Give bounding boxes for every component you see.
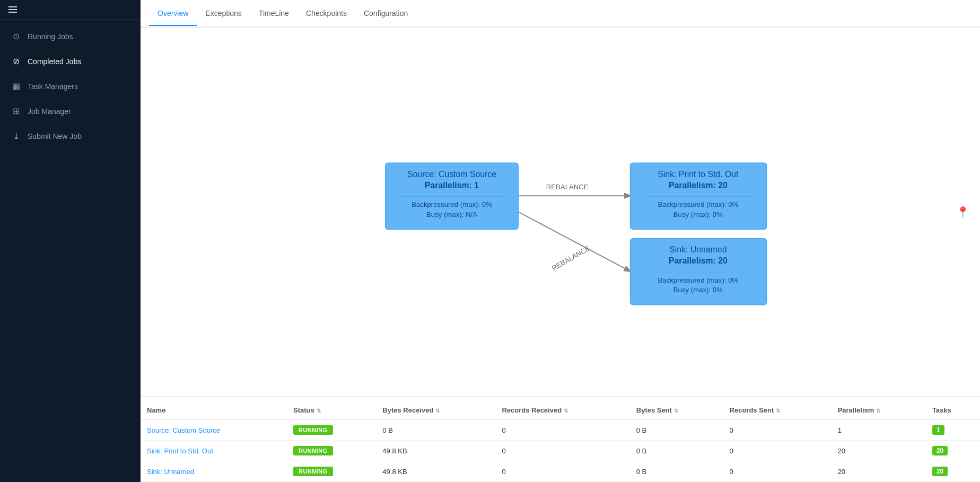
row-records-received: 0 — [495, 461, 629, 482]
svg-text:Busy (max): 0%: Busy (max): 0% — [673, 211, 723, 218]
status-badge: RUNNING — [293, 467, 333, 476]
table-row: Sink: Print to Std. OutRUNNING49.8 KB00 … — [141, 441, 980, 461]
completed-jobs-icon: ⊘ — [11, 56, 21, 66]
svg-text:Source: Custom Source: Source: Custom Source — [407, 170, 496, 179]
table-row: Sink: UnnamedRUNNING49.8 KB00 B02020 — [141, 461, 980, 482]
svg-text:Parallelism: 20: Parallelism: 20 — [669, 181, 728, 190]
row-bytes-received: 0 B — [376, 420, 495, 441]
row-records-sent: 0 — [723, 420, 832, 441]
row-status: RUNNING — [287, 461, 376, 482]
svg-line-8 — [518, 212, 630, 271]
main-content: OverviewExceptionsTimeLineCheckpointsCon… — [141, 0, 980, 482]
sort-icon: ⇅ — [435, 408, 440, 414]
svg-text:Parallelism: 1: Parallelism: 1 — [425, 181, 479, 190]
row-bytes-sent: 0 B — [630, 461, 723, 482]
table-area: NameStatus⇅Bytes Received⇅Records Receiv… — [141, 396, 980, 482]
col-header-records_sent[interactable]: Records Sent⇅ — [723, 401, 832, 420]
source-node[interactable]: Source: Custom Source Parallelism: 1 Bac… — [386, 163, 519, 229]
col-header-records_received[interactable]: Records Received⇅ — [495, 401, 629, 420]
tab-checkpoints[interactable]: Checkpoints — [298, 2, 355, 26]
col-header-status[interactable]: Status⇅ — [287, 401, 376, 420]
row-name[interactable]: Sink: Print to Std. Out — [141, 441, 287, 461]
status-badge: RUNNING — [293, 425, 333, 435]
sidebar-item-label: Submit New Job — [28, 132, 82, 141]
sidebar: ⊙Running Jobs⊘Completed Jobs▦Task Manage… — [0, 0, 141, 482]
sort-icon: ⇅ — [876, 408, 880, 414]
jobs-table: NameStatus⇅Bytes Received⇅Records Receiv… — [141, 401, 980, 482]
col-header-name: Name — [141, 401, 287, 420]
sort-icon: ⇅ — [317, 408, 321, 414]
row-status: RUNNING — [287, 441, 376, 461]
running-jobs-icon: ⊙ — [11, 31, 21, 41]
row-parallelism: 1 — [832, 420, 926, 441]
sidebar-title — [8, 6, 22, 13]
row-bytes-sent: 0 B — [630, 420, 723, 441]
tabs-bar: OverviewExceptionsTimeLineCheckpointsCon… — [141, 0, 980, 28]
svg-text:Backpressured (max): 0%: Backpressured (max): 0% — [658, 200, 739, 208]
row-records-sent: 0 — [723, 461, 832, 482]
sidebar-item-label: Running Jobs — [28, 32, 73, 41]
row-name[interactable]: Source: Custom Source — [141, 420, 287, 441]
hamburger-icon[interactable] — [8, 6, 17, 13]
sidebar-item-label: Completed Jobs — [28, 57, 81, 66]
sidebar-item-submit-new-job[interactable]: ⤓Submit New Job — [0, 124, 141, 148]
tab-overview[interactable]: Overview — [149, 2, 197, 26]
table-row: Source: Custom SourceRUNNING0 B00 B011 — [141, 420, 980, 441]
svg-text:Busy (max): N/A: Busy (max): N/A — [426, 211, 477, 218]
tab-configuration[interactable]: Configuration — [355, 2, 416, 26]
row-bytes-received: 49.8 KB — [376, 461, 495, 482]
status-badge: RUNNING — [293, 446, 333, 455]
row-records-received: 0 — [495, 441, 629, 461]
row-records-sent: 0 — [723, 441, 832, 461]
tab-exceptions[interactable]: Exceptions — [197, 2, 250, 26]
sink1-node[interactable]: Sink: Print to Std. Out Parallelism: 20 … — [630, 163, 766, 229]
svg-text:Parallelism: 20: Parallelism: 20 — [669, 256, 728, 265]
row-bytes-received: 49.8 KB — [376, 441, 495, 461]
tasks-badge: 20 — [932, 446, 948, 455]
col-header-bytes_received[interactable]: Bytes Received⇅ — [376, 401, 495, 420]
row-tasks: 20 — [926, 441, 980, 461]
col-header-bytes_sent[interactable]: Bytes Sent⇅ — [630, 401, 723, 420]
svg-text:Backpressured (max): 0%: Backpressured (max): 0% — [658, 276, 739, 284]
row-tasks: 20 — [926, 461, 980, 482]
tasks-badge: 20 — [932, 467, 948, 476]
row-bytes-sent: 0 B — [630, 441, 723, 461]
sidebar-item-completed-jobs[interactable]: ⊘Completed Jobs — [0, 49, 141, 74]
col-header-tasks: Tasks — [926, 401, 980, 420]
job-graph-svg: Source: Custom Source Parallelism: 1 Bac… — [141, 28, 980, 396]
task-managers-icon: ▦ — [11, 81, 21, 91]
svg-text:Busy (max): 0%: Busy (max): 0% — [673, 286, 723, 294]
svg-text:REBALANCE: REBALANCE — [550, 244, 591, 272]
sidebar-nav: ⊙Running Jobs⊘Completed Jobs▦Task Manage… — [0, 20, 141, 153]
more-icon[interactable] — [141, 397, 980, 401]
submit-new-job-icon: ⤓ — [11, 131, 21, 141]
job-manager-icon: ⊞ — [11, 106, 21, 116]
row-records-received: 0 — [495, 420, 629, 441]
tasks-badge: 1 — [932, 425, 944, 435]
graph-area[interactable]: Source: Custom Source Parallelism: 1 Bac… — [141, 28, 980, 396]
sidebar-item-running-jobs[interactable]: ⊙Running Jobs — [0, 24, 141, 49]
svg-text:Backpressured (max): 0%: Backpressured (max): 0% — [412, 200, 492, 208]
tab-timeline[interactable]: TimeLine — [250, 2, 298, 26]
sidebar-header — [0, 0, 141, 20]
svg-text:REBALANCE: REBALANCE — [546, 183, 589, 191]
row-parallelism: 20 — [832, 461, 926, 482]
sidebar-item-job-manager[interactable]: ⊞Job Manager — [0, 99, 141, 124]
col-header-parallelism[interactable]: Parallelism⇅ — [832, 401, 926, 420]
sort-icon: ⇅ — [674, 408, 678, 414]
sidebar-item-label: Task Managers — [28, 82, 78, 91]
row-parallelism: 20 — [832, 441, 926, 461]
row-name[interactable]: Sink: Unnamed — [141, 461, 287, 482]
sink2-node[interactable]: Sink: Unnamed Parallelism: 20 Backpressu… — [630, 239, 766, 305]
sidebar-item-label: Job Manager — [28, 107, 71, 116]
svg-text:Sink: Unnamed: Sink: Unnamed — [669, 245, 727, 254]
row-status: RUNNING — [287, 420, 376, 441]
sidebar-item-task-managers[interactable]: ▦Task Managers — [0, 74, 141, 99]
svg-text:Sink: Print to Std. Out: Sink: Print to Std. Out — [658, 170, 739, 179]
minimap-pin[interactable]: 📍 — [956, 206, 969, 218]
sort-icon: ⇅ — [776, 408, 780, 414]
row-tasks: 1 — [926, 420, 980, 441]
sort-icon: ⇅ — [564, 408, 568, 414]
